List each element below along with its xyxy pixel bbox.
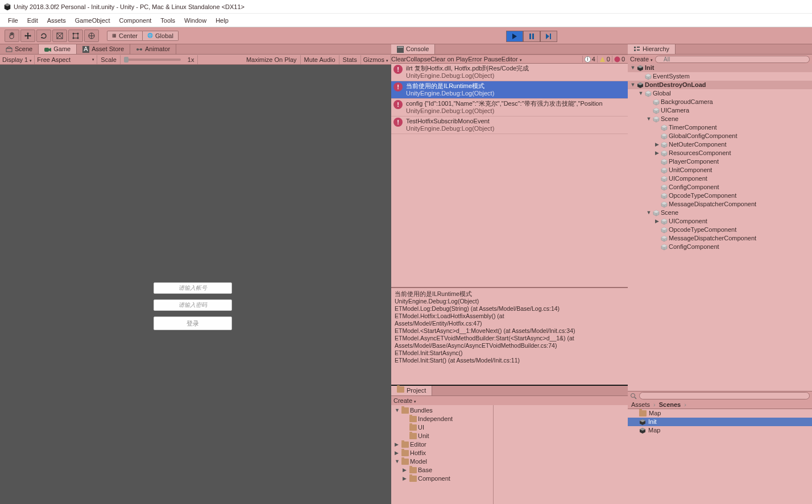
asset-item[interactable]: Map — [628, 409, 812, 418]
menu-tools[interactable]: Tools — [156, 14, 180, 27]
scale-tool-button[interactable] — [52, 30, 67, 42]
console-message-list[interactable]: ! ilrt 复制Hotfix.dll, Hotfix.pdb到Res/Code… — [391, 64, 628, 288]
hierarchy-item[interactable]: PlayerComponent — [628, 157, 812, 166]
info-count[interactable]: i4 — [582, 56, 597, 63]
expand-toggle[interactable]: ▼ — [630, 81, 636, 89]
menu-help[interactable]: Help — [211, 14, 233, 27]
tab-console[interactable]: Console — [391, 44, 435, 54]
hierarchy-search-input[interactable] — [655, 56, 810, 63]
hierarchy-item[interactable]: UnitComponent — [628, 166, 812, 174]
pivot-global-button[interactable]: 🌐Global — [143, 31, 179, 41]
tab-game[interactable]: Game — [39, 44, 77, 54]
hierarchy-item[interactable]: TimerComponent — [628, 123, 812, 132]
transform-tool-button[interactable] — [84, 30, 99, 42]
project-folder[interactable]: ▶ Component — [391, 474, 493, 483]
console-message[interactable]: ! TestHotfixSubscribMonoEventUnityEngine… — [391, 116, 628, 134]
menu-edit[interactable]: Edit — [23, 14, 43, 27]
console-editor-button[interactable]: Editor ▾ — [502, 56, 522, 63]
console-message[interactable]: ! ilrt 复制Hotfix.dll, Hotfix.pdb到Res/Code… — [391, 64, 628, 81]
project-create-dropdown[interactable]: Create ▾ — [393, 397, 416, 404]
console-detail[interactable]: 当前使用的是ILRuntime模式 UnityEngine.Debug:Log(… — [391, 288, 628, 385]
project-folder[interactable]: ▶ Base — [391, 466, 493, 474]
expand-toggle[interactable]: ▼ — [395, 457, 400, 466]
rotate-tool-button[interactable] — [36, 30, 51, 42]
hierarchy-item[interactable]: UICamera — [628, 106, 812, 115]
menu-gameobject[interactable]: GameObject — [71, 14, 115, 27]
step-button[interactable] — [540, 31, 557, 42]
hierarchy-item[interactable]: ▼ Init — [628, 64, 812, 72]
hierarchy-item[interactable]: ▼ Scene — [628, 209, 812, 217]
game-view[interactable]: 请输入帐号 请输入密码 登录 — [0, 65, 391, 504]
hierarchy-item[interactable]: ConfigComponent — [628, 243, 812, 251]
expand-toggle[interactable]: ▶ — [654, 149, 660, 157]
warn-count[interactable]: 0 — [597, 56, 612, 63]
menu-assets[interactable]: Assets — [43, 14, 71, 27]
hierarchy-tree[interactable]: ▼ Init EventSystem ▼ DontDestroyOnLoad ▼… — [628, 64, 812, 391]
tab-animator[interactable]: Animator — [130, 44, 176, 54]
breadcrumb-item[interactable]: Assets — [631, 401, 650, 408]
hierarchy-item[interactable]: BackgroudCamera — [628, 98, 812, 106]
project-search-input[interactable] — [639, 392, 810, 399]
expand-toggle[interactable]: ▶ — [395, 440, 400, 449]
tab-asset-store[interactable]: AAsset Store — [77, 44, 130, 54]
console-message[interactable]: ! config {"Id":1001,"Name":"米克尔","Desc":… — [391, 99, 628, 116]
project-folder[interactable]: ▼ Model — [391, 457, 493, 466]
hierarchy-item[interactable]: MessageDispatcherComponent — [628, 200, 812, 209]
project-folder[interactable]: ▶ Hotfix — [391, 449, 493, 457]
username-input[interactable]: 请输入帐号 — [154, 282, 232, 294]
hierarchy-item[interactable]: ConfigComponent — [628, 183, 812, 191]
console-collapse-button[interactable]: Collapse — [406, 56, 430, 63]
stats-toggle[interactable]: Stats — [339, 55, 361, 64]
project-folder[interactable]: ▶ Editor — [391, 440, 493, 449]
expand-toggle[interactable]: ▶ — [403, 474, 408, 483]
expand-toggle[interactable]: ▶ — [654, 140, 660, 149]
tab-scene[interactable]: Scene — [0, 44, 39, 54]
hierarchy-item[interactable]: ▶ NetOuterComponent — [628, 140, 812, 149]
maximize-on-play-toggle[interactable]: Maximize On Play — [243, 55, 301, 64]
hierarchy-item[interactable]: GlobalConfigComponent — [628, 132, 812, 140]
expand-toggle[interactable]: ▼ — [646, 115, 652, 123]
hierarchy-item[interactable]: ▶ UIComponent — [628, 217, 812, 226]
hierarchy-item[interactable]: ▼ Scene — [628, 115, 812, 123]
project-breadcrumb[interactable]: Assets›Scenes› — [628, 400, 812, 409]
error-count[interactable]: 0 — [612, 56, 627, 63]
hierarchy-item[interactable]: ▼ DontDestroyOnLoad — [628, 81, 812, 89]
expand-toggle[interactable]: ▼ — [638, 89, 644, 98]
hierarchy-item[interactable]: ▼ Global — [628, 89, 812, 98]
menu-window[interactable]: Window — [180, 14, 211, 27]
hand-tool-button[interactable] — [5, 30, 19, 42]
project-folder[interactable]: Independent — [391, 415, 493, 423]
move-tool-button[interactable] — [20, 30, 35, 42]
hierarchy-item[interactable]: UIComponent — [628, 174, 812, 183]
console-clear-on-play-button[interactable]: Clear on Play — [430, 56, 468, 63]
expand-toggle[interactable]: ▼ — [395, 406, 400, 415]
login-button[interactable]: 登录 — [154, 316, 232, 330]
asset-item[interactable]: Map — [628, 426, 812, 435]
project-tree[interactable]: ▼ Bundles Independent UI Unit ▶ Editor ▶… — [391, 405, 494, 504]
project-folder[interactable]: Unit — [391, 432, 493, 440]
project-folder[interactable]: ▼ Bundles — [391, 406, 493, 415]
hierarchy-item[interactable]: EventSystem — [628, 72, 812, 81]
tab-project[interactable]: Project — [391, 386, 432, 395]
pivot-center-button[interactable]: ▦Center — [107, 31, 143, 41]
expand-toggle[interactable]: ▶ — [403, 466, 408, 474]
hierarchy-item[interactable]: ▶ ResourcesComponent — [628, 149, 812, 157]
expand-toggle[interactable]: ▶ — [654, 217, 660, 226]
mute-audio-toggle[interactable]: Mute Audio — [301, 55, 339, 64]
console-error-pause-button[interactable]: Error Pause — [468, 56, 502, 63]
tab-hierarchy[interactable]: Hierarchy — [628, 44, 676, 54]
aspect-dropdown[interactable]: Free Aspect ▾ — [35, 55, 97, 64]
password-input[interactable]: 请输入密码 — [154, 299, 232, 311]
project-assets[interactable]: MapInitMap — [628, 409, 812, 504]
menu-component[interactable]: Component — [114, 14, 156, 27]
gizmos-dropdown[interactable]: Gizmos ▾ — [361, 55, 391, 64]
hierarchy-item[interactable]: OpcodeTypeComponent — [628, 191, 812, 200]
hierarchy-item[interactable]: OpcodeTypeComponent — [628, 226, 812, 234]
expand-toggle[interactable]: ▼ — [646, 209, 652, 217]
play-button[interactable] — [506, 31, 523, 42]
project-folder[interactable]: UI — [391, 423, 493, 432]
hierarchy-item[interactable]: MessageDispatcherComponent — [628, 234, 812, 243]
expand-toggle[interactable]: ▶ — [395, 449, 400, 457]
pause-button[interactable] — [523, 31, 540, 42]
menu-file[interactable]: File — [3, 14, 23, 27]
